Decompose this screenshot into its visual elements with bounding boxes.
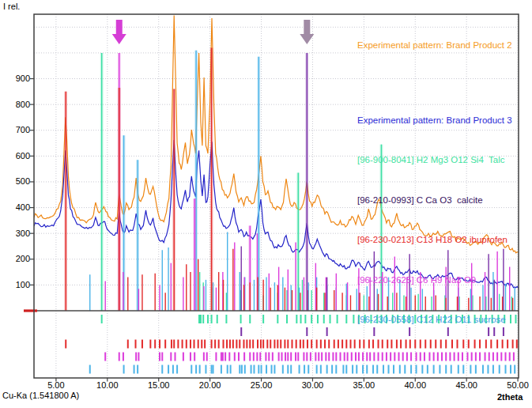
x-tick-label: 10.00 <box>90 380 125 390</box>
x-axis-title: 2theta <box>497 392 523 402</box>
x-tick-label: 15.00 <box>141 380 176 390</box>
legend: Experimental pattern: Brand Product 2 Ex… <box>357 12 512 353</box>
x-tick-label: 45.00 <box>449 380 484 390</box>
y-tick-label: 800 <box>5 100 30 109</box>
x-tick-label: 20.00 <box>193 380 228 390</box>
y-tick-label: 500 <box>5 176 30 186</box>
magenta-annotation-arrow <box>112 20 126 44</box>
legend-experimental-pattern-2: Experimental pattern: Brand Product 2 <box>357 39 512 52</box>
x-tick-label: 35.00 <box>346 380 381 390</box>
legend-phase-ibuprofen: [96-230-0213] C13 H18 O2 ibuprofen <box>357 233 512 247</box>
legend-phase-sucrose: [96-230-0558] C12 H22 O11 sucrose <box>357 313 512 327</box>
anode-wavelength-label: Cu-Ka (1.541800 A) <box>2 391 79 400</box>
xrd-figure: I rel. Cu-Ka (1.541800 A) 2theta Experim… <box>0 0 532 408</box>
y-axis-title: I rel. <box>3 2 20 11</box>
gray-annotation-arrow <box>300 20 314 44</box>
y-tick-label: 900 <box>5 74 30 83</box>
legend-phase-calcite: [96-210-0993] C Ca O3 calcite <box>357 194 512 207</box>
y-tick-label: 700 <box>5 125 30 134</box>
x-tick-label: 5.00 <box>39 380 74 390</box>
x-tick-label: 25.00 <box>244 380 279 390</box>
x-tick-label: 30.00 <box>295 380 330 390</box>
x-tick-label: 50.00 <box>500 380 532 390</box>
x-tick-label: 40.00 <box>398 380 432 390</box>
legend-phase-na3o9: [96-220-2625] C6 H9 Na3 O9 <box>357 274 512 287</box>
y-tick-label: 100 <box>5 280 30 289</box>
legend-phase-talc: [96-900-8041] H2 Mg3 O12 Si4 Talc <box>357 153 512 167</box>
y-tick-label: 400 <box>5 202 30 212</box>
legend-experimental-pattern-3: Experimental pattern: Brand Product 3 <box>357 114 512 127</box>
y-tick-label: 600 <box>5 151 30 161</box>
y-tick-label: 300 <box>5 229 30 238</box>
y-tick-label: 200 <box>5 254 30 263</box>
annotation-arrows <box>112 20 315 44</box>
